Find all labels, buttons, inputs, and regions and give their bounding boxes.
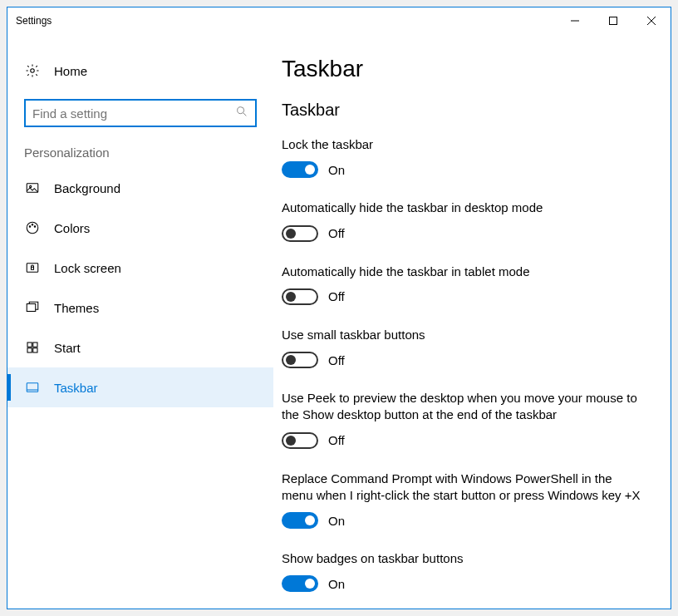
setting-item: Automatically hide the taskbar in deskto… [282, 200, 642, 241]
page-title: Taskbar [282, 56, 642, 82]
toggle-state-label: Off [328, 433, 345, 447]
svg-rect-17 [33, 342, 37, 347]
search-input[interactable] [32, 106, 235, 121]
setting-item: Lock the taskbarOn [282, 136, 642, 178]
setting-item: Replace Command Prompt with Windows Powe… [282, 471, 642, 530]
toggle-switch[interactable] [282, 288, 318, 305]
toggle-row: On [282, 512, 642, 529]
svg-rect-1 [610, 17, 617, 25]
setting-label: Use Peek to preview the desktop when you… [282, 390, 642, 424]
sidebar: Home Personalization Background Colo [7, 34, 273, 609]
toggle-knob [286, 355, 296, 365]
toggle-knob [305, 515, 315, 525]
toggle-knob [286, 292, 296, 302]
setting-item: Automatically hide the taskbar in tablet… [282, 264, 642, 305]
toggle-state-label: Off [328, 289, 345, 303]
toggle-switch[interactable] [282, 225, 318, 242]
setting-label: Lock the taskbar [282, 136, 642, 153]
svg-point-4 [31, 69, 35, 73]
svg-point-12 [34, 226, 36, 228]
window-title: Settings [16, 15, 556, 27]
toggle-state-label: On [328, 163, 345, 177]
setting-item: Use small taskbar buttonsOff [282, 327, 642, 368]
svg-rect-20 [27, 383, 38, 392]
close-button[interactable] [632, 7, 671, 34]
svg-rect-18 [27, 348, 32, 352]
toggle-row: On [282, 161, 642, 178]
svg-point-5 [238, 107, 244, 114]
toggle-state-label: Off [328, 353, 345, 367]
search-box[interactable] [24, 99, 257, 127]
lock-screen-icon [24, 259, 41, 276]
sidebar-item-label: Taskbar [54, 381, 98, 395]
setting-label: Automatically hide the taskbar in tablet… [282, 264, 642, 280]
setting-item: Show badges on taskbar buttonsOn [282, 550, 642, 592]
toggle-state-label: Off [328, 226, 345, 240]
toggle-knob [286, 436, 296, 446]
setting-label: Automatically hide the taskbar in deskto… [282, 200, 642, 216]
sidebar-item-label: Lock screen [54, 261, 121, 275]
toggle-row: Off [282, 225, 642, 242]
themes-icon [24, 299, 41, 316]
window-controls [556, 7, 671, 34]
toggle-switch[interactable] [282, 512, 318, 529]
toggle-switch[interactable] [282, 575, 318, 592]
svg-rect-16 [27, 342, 32, 347]
svg-point-10 [29, 226, 31, 228]
settings-window: Settings Home [7, 7, 671, 609]
setting-label: Replace Command Prompt with Windows Powe… [282, 471, 642, 505]
toggle-switch[interactable] [282, 352, 318, 368]
minimize-button[interactable] [556, 7, 594, 34]
sidebar-item-background[interactable]: Background [7, 168, 273, 208]
category-label: Personalization [7, 145, 273, 168]
maximize-button[interactable] [594, 7, 632, 34]
toggle-row: Off [282, 432, 642, 449]
settings-list: Lock the taskbarOnAutomatically hide the… [282, 136, 642, 609]
palette-icon [24, 219, 41, 236]
sidebar-item-label: Themes [54, 301, 99, 315]
sidebar-item-label: Colors [54, 221, 90, 235]
home-label: Home [54, 64, 87, 78]
gear-icon [24, 62, 41, 79]
toggle-row: Off [282, 352, 642, 368]
svg-rect-14 [32, 267, 34, 269]
search-icon [235, 105, 248, 121]
main-panel: Taskbar Taskbar Lock the taskbarOnAutoma… [273, 34, 671, 609]
sidebar-item-start[interactable]: Start [7, 328, 273, 367]
sidebar-item-taskbar[interactable]: Taskbar [7, 367, 273, 407]
toggle-state-label: On [328, 577, 345, 591]
toggle-knob [305, 165, 315, 175]
setting-label: Show badges on taskbar buttons [282, 550, 642, 567]
sidebar-item-lock-screen[interactable]: Lock screen [7, 248, 273, 288]
setting-label: Use small taskbar buttons [282, 327, 642, 343]
toggle-switch[interactable] [282, 432, 318, 449]
toggle-row: Off [282, 288, 642, 305]
sidebar-item-label: Background [54, 181, 120, 195]
toggle-switch[interactable] [282, 161, 318, 178]
sidebar-item-label: Start [54, 341, 81, 355]
picture-icon [24, 180, 41, 196]
titlebar: Settings [7, 7, 671, 34]
svg-point-8 [30, 185, 32, 187]
toggle-knob [305, 579, 315, 589]
setting-item: Use Peek to preview the desktop when you… [282, 390, 642, 449]
section-title: Taskbar [282, 101, 642, 120]
svg-line-6 [243, 113, 246, 116]
toggle-row: On [282, 575, 642, 592]
home-link[interactable]: Home [7, 54, 273, 87]
content: Home Personalization Background Colo [7, 34, 671, 609]
sidebar-item-colors[interactable]: Colors [7, 208, 273, 248]
sidebar-item-themes[interactable]: Themes [7, 288, 273, 328]
svg-rect-13 [27, 264, 38, 273]
svg-rect-15 [27, 304, 36, 312]
start-icon [24, 339, 41, 356]
svg-rect-19 [33, 348, 37, 352]
taskbar-icon [24, 379, 41, 396]
toggle-knob [286, 229, 296, 239]
toggle-state-label: On [328, 514, 345, 528]
svg-point-11 [32, 224, 33, 226]
